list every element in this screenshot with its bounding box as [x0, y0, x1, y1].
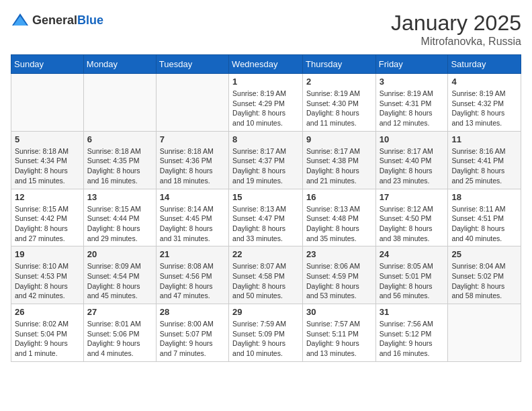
day-number: 22 — [232, 249, 299, 259]
weekday-friday: Friday — [375, 55, 448, 74]
calendar-week-1: 1Sunrise: 8:19 AM Sunset: 4:29 PM Daylig… — [11, 74, 521, 132]
day-info: Sunrise: 8:17 AM Sunset: 4:37 PM Dayligh… — [232, 146, 299, 186]
day-number: 5 — [15, 134, 80, 144]
calendar-cell: 8Sunrise: 8:17 AM Sunset: 4:37 PM Daylig… — [229, 131, 303, 189]
calendar-cell: 17Sunrise: 8:12 AM Sunset: 4:50 PM Dayli… — [375, 189, 448, 246]
day-number: 25 — [451, 249, 517, 259]
day-number: 1 — [232, 77, 299, 87]
day-info: Sunrise: 8:19 AM Sunset: 4:31 PM Dayligh… — [380, 89, 445, 128]
calendar-cell: 9Sunrise: 8:17 AM Sunset: 4:38 PM Daylig… — [303, 131, 376, 189]
calendar-cell: 24Sunrise: 8:05 AM Sunset: 5:01 PM Dayli… — [375, 246, 448, 304]
calendar-cell — [83, 74, 156, 132]
weekday-wednesday: Wednesday — [229, 55, 303, 74]
calendar-cell: 20Sunrise: 8:09 AM Sunset: 4:54 PM Dayli… — [83, 246, 156, 304]
day-number: 14 — [160, 192, 225, 202]
calendar-cell: 5Sunrise: 8:18 AM Sunset: 4:34 PM Daylig… — [11, 131, 84, 189]
day-number: 30 — [306, 307, 372, 317]
calendar-cell: 21Sunrise: 8:08 AM Sunset: 4:56 PM Dayli… — [156, 246, 228, 304]
logo-icon — [11, 11, 30, 30]
day-number: 11 — [451, 134, 517, 144]
calendar-week-5: 26Sunrise: 8:02 AM Sunset: 5:04 PM Dayli… — [11, 304, 521, 362]
day-info: Sunrise: 8:07 AM Sunset: 4:58 PM Dayligh… — [232, 261, 299, 301]
calendar-location: Mitrofanovka, Russia — [391, 36, 521, 48]
calendar-week-3: 12Sunrise: 8:15 AM Sunset: 4:42 PM Dayli… — [11, 189, 521, 246]
calendar-cell: 26Sunrise: 8:02 AM Sunset: 5:04 PM Dayli… — [11, 304, 84, 362]
calendar-cell: 30Sunrise: 7:57 AM Sunset: 5:11 PM Dayli… — [303, 304, 376, 362]
page-header: GeneralBlue January 2025 Mitrofanovka, R… — [11, 11, 521, 48]
calendar-cell: 29Sunrise: 7:59 AM Sunset: 5:09 PM Dayli… — [229, 304, 303, 362]
calendar-table: SundayMondayTuesdayWednesdayThursdayFrid… — [11, 54, 521, 362]
day-info: Sunrise: 8:17 AM Sunset: 4:40 PM Dayligh… — [380, 146, 445, 186]
day-info: Sunrise: 8:13 AM Sunset: 4:48 PM Dayligh… — [306, 204, 372, 244]
calendar-cell — [11, 74, 84, 132]
weekday-header-row: SundayMondayTuesdayWednesdayThursdayFrid… — [11, 55, 521, 74]
logo: GeneralBlue — [11, 11, 103, 30]
day-info: Sunrise: 8:02 AM Sunset: 5:04 PM Dayligh… — [15, 319, 80, 359]
day-number: 28 — [160, 307, 225, 317]
day-info: Sunrise: 8:18 AM Sunset: 4:34 PM Dayligh… — [15, 146, 80, 186]
day-info: Sunrise: 7:59 AM Sunset: 5:09 PM Dayligh… — [232, 319, 299, 359]
calendar-cell: 31Sunrise: 7:56 AM Sunset: 5:12 PM Dayli… — [375, 304, 448, 362]
weekday-tuesday: Tuesday — [156, 55, 228, 74]
calendar-cell: 22Sunrise: 8:07 AM Sunset: 4:58 PM Dayli… — [229, 246, 303, 304]
calendar-week-2: 5Sunrise: 8:18 AM Sunset: 4:34 PM Daylig… — [11, 131, 521, 189]
day-number: 8 — [232, 134, 299, 144]
calendar-cell: 25Sunrise: 8:04 AM Sunset: 5:02 PM Dayli… — [448, 246, 521, 304]
day-number: 31 — [380, 307, 445, 317]
day-info: Sunrise: 8:19 AM Sunset: 4:32 PM Dayligh… — [451, 89, 517, 128]
day-info: Sunrise: 8:12 AM Sunset: 4:50 PM Dayligh… — [380, 204, 445, 244]
calendar-cell: 14Sunrise: 8:14 AM Sunset: 4:45 PM Dayli… — [156, 189, 228, 246]
calendar-cell: 1Sunrise: 8:19 AM Sunset: 4:29 PM Daylig… — [229, 74, 303, 132]
logo-general: General — [32, 13, 77, 27]
calendar-cell: 16Sunrise: 8:13 AM Sunset: 4:48 PM Dayli… — [303, 189, 376, 246]
day-info: Sunrise: 8:14 AM Sunset: 4:45 PM Dayligh… — [160, 204, 225, 244]
day-number: 9 — [306, 134, 372, 144]
day-info: Sunrise: 8:15 AM Sunset: 4:44 PM Dayligh… — [87, 204, 152, 244]
calendar-cell: 15Sunrise: 8:13 AM Sunset: 4:47 PM Dayli… — [229, 189, 303, 246]
calendar-cell: 27Sunrise: 8:01 AM Sunset: 5:06 PM Dayli… — [83, 304, 156, 362]
day-info: Sunrise: 8:06 AM Sunset: 4:59 PM Dayligh… — [306, 261, 372, 301]
day-info: Sunrise: 8:16 AM Sunset: 4:41 PM Dayligh… — [451, 146, 517, 186]
day-number: 26 — [15, 307, 80, 317]
day-number: 16 — [306, 192, 372, 202]
calendar-cell: 3Sunrise: 8:19 AM Sunset: 4:31 PM Daylig… — [375, 74, 448, 132]
day-number: 12 — [15, 192, 80, 202]
calendar-cell — [448, 304, 521, 362]
day-info: Sunrise: 8:11 AM Sunset: 4:51 PM Dayligh… — [451, 204, 517, 244]
day-info: Sunrise: 8:18 AM Sunset: 4:35 PM Dayligh… — [87, 146, 152, 186]
day-info: Sunrise: 8:19 AM Sunset: 4:29 PM Dayligh… — [232, 89, 299, 128]
day-number: 10 — [380, 134, 445, 144]
calendar-cell: 19Sunrise: 8:10 AM Sunset: 4:53 PM Dayli… — [11, 246, 84, 304]
day-info: Sunrise: 8:09 AM Sunset: 4:54 PM Dayligh… — [87, 261, 152, 301]
day-info: Sunrise: 8:17 AM Sunset: 4:38 PM Dayligh… — [306, 146, 372, 186]
day-info: Sunrise: 8:04 AM Sunset: 5:02 PM Dayligh… — [451, 261, 517, 301]
day-number: 24 — [380, 249, 445, 259]
day-info: Sunrise: 8:00 AM Sunset: 5:07 PM Dayligh… — [160, 319, 225, 359]
calendar-cell: 28Sunrise: 8:00 AM Sunset: 5:07 PM Dayli… — [156, 304, 228, 362]
day-number: 17 — [380, 192, 445, 202]
day-info: Sunrise: 8:10 AM Sunset: 4:53 PM Dayligh… — [15, 261, 80, 301]
day-number: 2 — [306, 77, 372, 87]
calendar-title: January 2025 — [391, 11, 521, 36]
logo-blue: Blue — [77, 13, 103, 27]
day-info: Sunrise: 7:56 AM Sunset: 5:12 PM Dayligh… — [380, 319, 445, 359]
weekday-monday: Monday — [83, 55, 156, 74]
day-number: 21 — [160, 249, 225, 259]
day-number: 6 — [87, 134, 152, 144]
day-number: 20 — [87, 249, 152, 259]
calendar-cell: 10Sunrise: 8:17 AM Sunset: 4:40 PM Dayli… — [375, 131, 448, 189]
calendar-cell: 23Sunrise: 8:06 AM Sunset: 4:59 PM Dayli… — [303, 246, 376, 304]
logo-text: GeneralBlue — [32, 13, 103, 28]
calendar-cell — [156, 74, 228, 132]
day-info: Sunrise: 8:08 AM Sunset: 4:56 PM Dayligh… — [160, 261, 225, 301]
day-info: Sunrise: 8:15 AM Sunset: 4:42 PM Dayligh… — [15, 204, 80, 244]
day-number: 18 — [451, 192, 517, 202]
day-number: 4 — [451, 77, 517, 87]
calendar-cell: 13Sunrise: 8:15 AM Sunset: 4:44 PM Dayli… — [83, 189, 156, 246]
day-number: 13 — [87, 192, 152, 202]
title-block: January 2025 Mitrofanovka, Russia — [391, 11, 521, 48]
day-number: 7 — [160, 134, 225, 144]
day-number: 29 — [232, 307, 299, 317]
day-number: 3 — [380, 77, 445, 87]
calendar-cell: 12Sunrise: 8:15 AM Sunset: 4:42 PM Dayli… — [11, 189, 84, 246]
